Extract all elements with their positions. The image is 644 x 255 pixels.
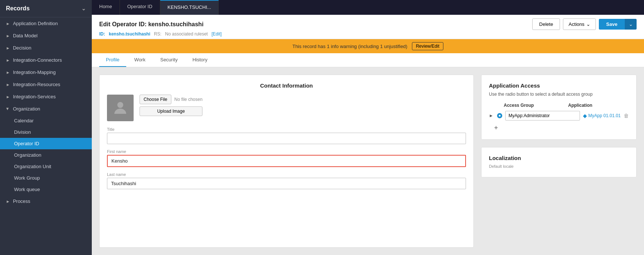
- sidebar-item-application-definition[interactable]: ► Application Definition: [0, 17, 92, 30]
- tab-home[interactable]: Home: [92, 0, 120, 15]
- last-name-field-group: Last name: [107, 172, 466, 189]
- file-controls: Choose File No file chosen Upload Image: [140, 95, 202, 116]
- tab-operator-id[interactable]: Operator ID: [120, 0, 160, 15]
- radio-button[interactable]: [497, 113, 502, 118]
- col-app-header: Application: [568, 103, 629, 108]
- header-actions: Delete Actions ⌄ Save ⌄: [532, 18, 637, 30]
- sidebar-title: Records: [6, 5, 30, 12]
- sidebar-subitem-calendar[interactable]: Calendar: [0, 115, 92, 126]
- sidebar-subitem-organization[interactable]: Organization: [0, 149, 92, 161]
- access-card-title: Application Access: [489, 82, 629, 89]
- sidebar-subitem-label: Calendar: [14, 118, 34, 123]
- sidebar-item-label: Data Model: [13, 33, 37, 38]
- sub-tab-history[interactable]: History: [186, 53, 214, 67]
- save-dropdown-button[interactable]: ⌄: [625, 19, 637, 30]
- review-edit-button[interactable]: Review/Edit: [412, 42, 443, 50]
- contact-panel-title: Contact Information: [107, 82, 466, 89]
- page-header: Edit Operator ID: kensho.tsuchihashi Del…: [92, 15, 644, 39]
- save-button[interactable]: Save: [599, 19, 625, 30]
- arrow-icon: ►: [6, 46, 10, 50]
- sub-tabs: Profile Work Security History: [92, 53, 644, 67]
- page-title: Edit Operator ID: kensho.tsuchihashi: [99, 21, 204, 28]
- application-access-card: Application Access Use the radio button …: [481, 75, 637, 140]
- sidebar-subitem-organization-unit[interactable]: Organization Unit: [0, 161, 92, 172]
- meta-edit-link[interactable]: [Edit]: [211, 31, 221, 37]
- first-name-input[interactable]: [107, 155, 466, 167]
- access-card-desc: Use the radio button to select a default…: [489, 92, 629, 97]
- sidebar-item-process[interactable]: ► Process: [0, 195, 92, 207]
- access-table: Access Group Application ► ◆ MyApp 01.01…: [489, 103, 629, 120]
- add-access-row: +: [489, 124, 629, 132]
- col-group-header: Access Group: [504, 103, 564, 108]
- arrow-icon: ►: [6, 95, 10, 99]
- arrow-icon: ►: [6, 70, 10, 75]
- sidebar: Records ⌄ ► Application Definition ► Dat…: [0, 0, 92, 255]
- sidebar-item-label: Integration-Services: [13, 94, 56, 99]
- first-name-label: First name: [107, 149, 466, 154]
- sidebar-item-integration-resources[interactable]: ► Integration-Resources: [0, 78, 92, 91]
- arrow-icon: ►: [6, 199, 10, 204]
- sidebar-subitem-label: Organization Unit: [14, 164, 51, 169]
- sidebar-item-label: Decision: [13, 45, 31, 51]
- sidebar-subitem-work-queue[interactable]: Work queue: [0, 184, 92, 195]
- delete-button[interactable]: Delete: [532, 18, 560, 30]
- page-meta: ID: kensho.tsuchihashi RS: No associated…: [99, 31, 637, 37]
- sub-tab-security[interactable]: Security: [154, 53, 184, 67]
- sidebar-item-integration-mapping[interactable]: ► Integration-Mapping: [0, 66, 92, 78]
- title-input[interactable]: [107, 133, 466, 144]
- localization-title: Localization: [489, 155, 629, 161]
- main-content: Home Operator ID KENSHO.TSUCHI... Edit O…: [92, 0, 644, 255]
- sidebar-item-integration-services[interactable]: ► Integration-Services: [0, 91, 92, 103]
- chevron-down-icon: ⌄: [586, 21, 590, 27]
- sidebar-item-label: Integration-Resources: [13, 82, 60, 87]
- access-row: ► ◆ MyApp 01.01.01 🗑: [489, 111, 629, 120]
- header-top: Edit Operator ID: kensho.tsuchihashi Del…: [99, 18, 637, 30]
- meta-id-value: kensho.tsuchihashi: [109, 31, 150, 37]
- warning-message: This record has 1 info warning (includin…: [292, 44, 407, 49]
- sidebar-item-integration-connectors[interactable]: ► Integration-Connectors: [0, 54, 92, 66]
- arrow-icon: ►: [6, 58, 10, 62]
- arrow-icon: ►: [6, 34, 10, 38]
- sidebar-subitem-operator-id[interactable]: Operator ID: [0, 138, 92, 149]
- person-icon: [111, 99, 129, 117]
- last-name-input[interactable]: [107, 178, 466, 189]
- sidebar-item-decision[interactable]: ► Decision: [0, 42, 92, 54]
- tab-kensho[interactable]: KENSHO.TSUCHI...: [160, 0, 219, 15]
- expand-icon[interactable]: ►: [489, 113, 494, 118]
- choose-file-button[interactable]: Choose File: [140, 95, 171, 104]
- upload-image-button[interactable]: Upload Image: [140, 106, 202, 116]
- sub-tab-profile[interactable]: Profile: [99, 53, 126, 67]
- arrow-icon: ►: [6, 21, 10, 26]
- meta-id-label: ID:: [99, 31, 105, 37]
- default-locale-label: Default locale: [489, 164, 629, 169]
- sidebar-collapse-icon[interactable]: ⌄: [81, 6, 86, 11]
- title-field-label: Title: [107, 127, 466, 132]
- sidebar-item-label: Integration-Connectors: [13, 57, 62, 63]
- delete-row-icon[interactable]: 🗑: [624, 113, 629, 119]
- meta-rs-label: RS:: [154, 31, 161, 37]
- right-panel: Application Access Use the radio button …: [481, 75, 637, 248]
- sidebar-subitem-label: Operator ID: [14, 141, 39, 146]
- sidebar-item-data-model[interactable]: ► Data Model: [0, 30, 92, 42]
- tab-bar: Home Operator ID KENSHO.TSUCHI...: [92, 0, 644, 15]
- sidebar-subitem-work-group[interactable]: Work Group: [0, 172, 92, 184]
- sub-tab-work[interactable]: Work: [128, 53, 152, 67]
- actions-button[interactable]: Actions ⌄: [563, 18, 596, 30]
- sidebar-subitem-label: Work queue: [14, 187, 40, 192]
- sidebar-subitem-label: Division: [14, 129, 31, 135]
- arrow-icon: ►: [6, 82, 10, 87]
- contact-information-panel: Contact Information Choose File No file …: [99, 75, 474, 248]
- access-group-input[interactable]: [505, 111, 580, 120]
- sidebar-header[interactable]: Records ⌄: [0, 0, 92, 17]
- first-name-field-group: First name: [107, 149, 466, 167]
- warning-banner: This record has 1 info warning (includin…: [92, 39, 644, 53]
- sidebar-subitem-label: Organization: [14, 152, 41, 158]
- sidebar-subitem-division[interactable]: Division: [0, 126, 92, 138]
- last-name-label: Last name: [107, 172, 466, 177]
- add-access-button[interactable]: +: [494, 124, 498, 132]
- save-group: Save ⌄: [599, 19, 637, 30]
- content-area: Contact Information Choose File No file …: [92, 67, 644, 255]
- avatar: [107, 95, 134, 121]
- sidebar-item-organization[interactable]: ► Organization: [0, 103, 92, 115]
- app-link[interactable]: ◆ MyApp 01.01.01: [583, 113, 621, 119]
